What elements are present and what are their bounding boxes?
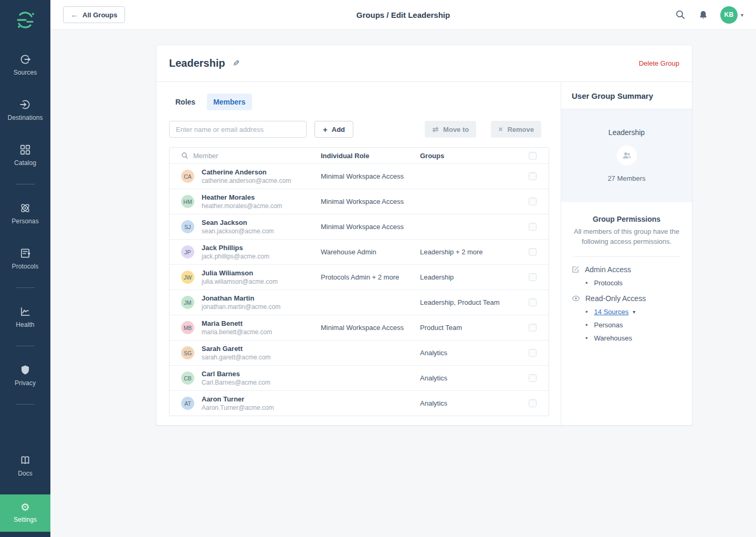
permissions-description: All members of this group have the follo… — [572, 227, 681, 247]
row-checkbox[interactable] — [529, 223, 537, 231]
docs-icon — [19, 455, 31, 466]
readonly-access-item: 14 Sources ▾ — [585, 308, 681, 316]
table-row[interactable]: JW Julia Wiliamson julia.wiliamson@acme.… — [170, 264, 549, 290]
sidebar-item-sources[interactable]: Sources — [0, 48, 50, 81]
user-menu[interactable]: KB ▾ — [720, 6, 743, 24]
member-groups: Leadership, Product Team — [420, 298, 529, 306]
breadcrumb-title: Groups / Edit Leadership — [356, 11, 450, 19]
select-all-checkbox[interactable] — [529, 152, 537, 160]
table-row[interactable]: AT Aaron Turner Aaron.Turner@acme.com An… — [170, 390, 549, 416]
sidebar-item-docs[interactable]: Docs — [0, 449, 50, 482]
row-checkbox[interactable] — [529, 172, 537, 180]
row-checkbox[interactable] — [529, 324, 537, 332]
sidebar-item-label: Destinations — [7, 114, 43, 121]
groups-column-header: Groups — [420, 152, 529, 160]
member-role: Protocols Admin + 2 more — [321, 273, 420, 281]
table-row[interactable]: CB Carl Barnes Carl.Barnes@acme.com Anal… — [170, 365, 549, 390]
all-groups-back-button[interactable]: ← All Groups — [63, 6, 125, 23]
member-avatar: HM — [181, 195, 194, 208]
table-row[interactable]: JM Jonathan Martin jonathan.martin@acme.… — [170, 290, 549, 315]
add-button-label: Add — [332, 126, 345, 133]
row-checkbox[interactable] — [529, 198, 537, 205]
sidebar-item-catalog[interactable]: Catalog — [0, 139, 50, 171]
segment-logo-icon[interactable] — [14, 8, 37, 32]
table-header-row: Member Individual Role Groups — [170, 148, 549, 163]
member-email: sarah.garett@acme.com — [202, 354, 271, 361]
sidebar-item-settings[interactable]: ⚙ Settings — [0, 494, 50, 532]
search-icon[interactable] — [674, 8, 687, 21]
admin-access-row: Admin Access — [572, 265, 681, 274]
edit-square-icon — [572, 265, 580, 273]
sidebar-item-destinations[interactable]: Destinations — [0, 94, 50, 126]
table-row[interactable]: MB Maria Benett maria.benett@acme.com Mi… — [170, 315, 549, 340]
sidebar-bottom: Docs ⚙ Settings — [0, 449, 50, 537]
row-checkbox[interactable] — [529, 298, 537, 306]
member-email: heather.morales@acme.com — [202, 202, 282, 210]
row-checkbox[interactable] — [529, 248, 537, 256]
member-search-input[interactable] — [169, 121, 307, 138]
card-body: Roles Members + Add ⇄ Move to — [156, 82, 692, 425]
sidebar-item-privacy[interactable]: Privacy — [0, 359, 50, 391]
sidebar-item-personas[interactable]: Personas — [0, 197, 50, 230]
row-checkbox[interactable] — [529, 399, 537, 407]
row-checkbox[interactable] — [529, 349, 537, 357]
user-avatar[interactable]: KB — [720, 6, 738, 24]
member-email: catherine.anderson@acme.com — [202, 177, 291, 184]
member-groups: Leadership + 2 more — [420, 248, 529, 256]
remove-button[interactable]: × Remove — [491, 121, 541, 138]
table-row[interactable]: SJ Sean Jackson sean.jackson@acme.com Mi… — [170, 214, 549, 239]
summary-group-name: Leadership — [608, 128, 645, 137]
member-email: maria.benett@acme.com — [202, 328, 272, 336]
member-groups: Leadership — [420, 273, 529, 281]
member-role: Minimal Workspace Access — [321, 324, 420, 332]
table-row[interactable]: HM Heather Morales heather.morales@acme.… — [170, 189, 549, 214]
member-avatar: SG — [181, 346, 194, 359]
member-name: Julia Wiliamson — [202, 269, 278, 277]
tab-members[interactable]: Members — [207, 94, 251, 110]
edit-group-name-icon[interactable]: ✎ — [233, 58, 239, 68]
sidebar-item-protocols[interactable]: Protocols — [0, 242, 50, 275]
table-row[interactable]: CA Catherine Anderson catherine.anderson… — [170, 163, 549, 189]
table-row[interactable]: JP Jack Phillips jack.phillips@acme.com … — [170, 239, 549, 264]
sidebar-item-label: Sources — [14, 69, 37, 76]
sidebar-item-label: Settings — [14, 516, 37, 523]
member-email: jack.phillips@acme.com — [202, 253, 269, 260]
member-name: Sean Jackson — [202, 219, 274, 226]
readonly-access-label: Read-Only Access — [585, 294, 646, 303]
back-arrow-icon: ← — [71, 11, 78, 19]
member-name: Catherine Anderson — [202, 168, 291, 176]
tab-bar: Roles Members — [169, 94, 548, 110]
move-to-label: Move to — [443, 126, 469, 133]
member-email: jonathan.martin@acme.com — [202, 303, 280, 311]
member-avatar: AT — [181, 397, 194, 410]
sidebar-item-label: Catalog — [14, 159, 36, 167]
topbar: ← All Groups Groups / Edit Leadership KB… — [50, 0, 756, 30]
member-groups: Product Team — [420, 324, 529, 332]
group-name-title: Leadership — [169, 57, 225, 69]
privacy-icon — [19, 364, 31, 376]
member-avatar: JP — [181, 245, 194, 259]
row-checkbox[interactable] — [529, 273, 537, 281]
sidebar-divider — [16, 404, 35, 405]
table-row[interactable]: SG Sarah Garett sarah.garett@acme.com An… — [170, 340, 549, 365]
notifications-bell-icon[interactable] — [697, 8, 710, 21]
chevron-down-icon: ▾ — [741, 12, 743, 18]
edit-group-card: Leadership ✎ Delete Group Roles Members … — [156, 45, 692, 426]
sidebar-item-health[interactable]: Health — [0, 301, 50, 333]
delete-group-button[interactable]: Delete Group — [639, 59, 679, 67]
sources-caret-icon[interactable]: ▾ — [633, 309, 635, 315]
row-checkbox[interactable] — [529, 374, 537, 382]
permissions-divider — [573, 256, 680, 257]
member-column-header[interactable]: Member — [170, 152, 321, 160]
member-email: Aaron.Turner@acme.com — [202, 404, 274, 411]
sources-count-link[interactable]: 14 Sources — [594, 308, 629, 316]
member-name: Heather Morales — [202, 193, 282, 201]
sidebar-item-label: Privacy — [15, 379, 36, 387]
add-member-button[interactable]: + Add — [314, 121, 353, 138]
plus-icon: + — [323, 125, 328, 134]
tab-roles[interactable]: Roles — [169, 94, 202, 110]
destinations-icon — [19, 99, 31, 110]
member-avatar: JW — [181, 271, 194, 284]
user-group-summary-panel: User Group Summary Leadership 27 Members — [561, 82, 692, 425]
move-to-button[interactable]: ⇄ Move to — [425, 121, 476, 138]
